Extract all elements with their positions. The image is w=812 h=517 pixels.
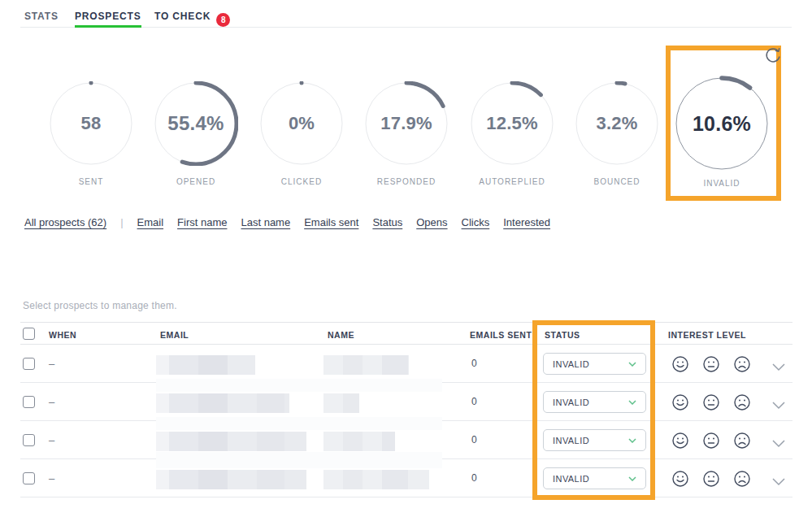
- emails-sent-value: 0: [471, 396, 477, 407]
- happy-face-icon[interactable]: [671, 393, 689, 415]
- status-dropdown-value: INVALID: [553, 359, 589, 369]
- gauge-responded[interactable]: 17.9% RESPONDED: [354, 81, 459, 186]
- gauge-opened[interactable]: 55.4% OPENED: [143, 81, 249, 186]
- filter-emails-sent[interactable]: Emails sent: [304, 216, 358, 228]
- expand-row-chevron-icon[interactable]: [772, 398, 785, 413]
- gauge-opened-circle: 55.4%: [154, 81, 238, 166]
- gauge-autoreplied-value: 12.5%: [470, 81, 554, 166]
- happy-face-icon[interactable]: [671, 355, 689, 376]
- status-dropdown[interactable]: INVALID: [543, 391, 646, 413]
- gauge-clicked-circle: 0%: [259, 81, 344, 166]
- gauge-opened-label: OPENED: [143, 177, 249, 186]
- redacted-email: [156, 432, 306, 451]
- gauge-bounced-value: 3.2%: [575, 81, 659, 166]
- col-header-name: NAME: [328, 330, 354, 340]
- when-value: –: [49, 472, 54, 484]
- prospects-page: STATS PROSPECTS TO CHECK8 58 SENT 55.4% …: [0, 0, 812, 517]
- col-header-status: STATUS: [545, 330, 580, 340]
- row-checkbox[interactable]: [23, 358, 35, 370]
- status-dropdown[interactable]: INVALID: [543, 353, 646, 375]
- emails-sent-value: 0: [471, 358, 477, 369]
- filter-email[interactable]: Email: [137, 216, 164, 228]
- blur-wash: [156, 417, 442, 430]
- row-checkbox[interactable]: [23, 396, 35, 408]
- tab-to-check[interactable]: TO CHECK8: [154, 11, 230, 27]
- expand-row-chevron-icon[interactable]: [772, 437, 785, 451]
- happy-face-icon[interactable]: [671, 470, 689, 491]
- filter-opens[interactable]: Opens: [416, 216, 447, 228]
- when-value: –: [49, 434, 54, 446]
- chevron-down-icon: [628, 400, 636, 405]
- sad-face-icon[interactable]: [733, 355, 751, 376]
- gauge-sent[interactable]: 58 SENT: [38, 81, 144, 186]
- table-header-row: WHEN EMAIL NAME EMAILS SENT STATUS INTER…: [20, 322, 792, 345]
- col-header-emails-sent: EMAILS SENT: [470, 330, 532, 340]
- happy-face-icon[interactable]: [671, 432, 689, 453]
- gauge-sent-label: SENT: [38, 177, 144, 186]
- redacted-email: [156, 470, 306, 489]
- gauge-invalid[interactable]: 10.6% INVALID: [669, 76, 775, 188]
- status-dropdown[interactable]: INVALID: [543, 429, 646, 451]
- gauge-sent-circle: 58: [49, 81, 133, 166]
- gauge-clicked-label: CLICKED: [249, 177, 354, 186]
- when-value: –: [49, 358, 54, 370]
- gauge-responded-value: 17.9%: [364, 81, 449, 166]
- expand-row-chevron-icon[interactable]: [772, 360, 785, 375]
- expand-row-chevron-icon[interactable]: [772, 475, 785, 489]
- neutral-face-icon[interactable]: [702, 393, 720, 415]
- gauge-autoreplied-circle: 12.5%: [470, 81, 554, 166]
- chevron-down-icon: [628, 476, 636, 481]
- gauge-sent-value: 58: [49, 81, 133, 166]
- gauge-clicked[interactable]: 0% CLICKED: [249, 81, 354, 186]
- redacted-name: [323, 432, 395, 451]
- filter-all-prospects[interactable]: All prospects (62): [24, 216, 106, 228]
- filter-interested[interactable]: Interested: [503, 216, 550, 228]
- gauge-invalid-label: INVALID: [669, 179, 775, 188]
- chevron-down-icon: [628, 438, 636, 443]
- tab-to-check-label: TO CHECK: [154, 11, 211, 22]
- status-dropdown-value: INVALID: [553, 398, 589, 407]
- redacted-name: [323, 470, 429, 489]
- gauge-autoreplied-label: AUTOREPLIED: [459, 177, 565, 186]
- sad-face-icon[interactable]: [733, 432, 751, 453]
- filter-first-name[interactable]: First name: [177, 216, 227, 228]
- status-dropdown-value: INVALID: [553, 436, 589, 445]
- redacted-name: [323, 393, 359, 413]
- prospect-filters: All prospects (62) | Email First name La…: [24, 216, 550, 228]
- tab-prospects[interactable]: PROSPECTS: [75, 11, 141, 27]
- col-header-interest-level: INTEREST LEVEL: [668, 330, 746, 340]
- filter-status[interactable]: Status: [372, 216, 402, 228]
- tab-stats[interactable]: STATS: [24, 11, 59, 27]
- redacted-email: [156, 355, 255, 375]
- filter-last-name[interactable]: Last name: [241, 216, 290, 228]
- redacted-email: [156, 393, 289, 413]
- redacted-name: [323, 355, 409, 375]
- gauge-autoreplied[interactable]: 12.5% AUTOREPLIED: [459, 81, 565, 186]
- gauge-bounced-label: BOUNCED: [564, 177, 670, 186]
- gauge-bounced[interactable]: 3.2% BOUNCED: [564, 81, 670, 186]
- status-dropdown-value: INVALID: [553, 474, 589, 484]
- to-check-count-badge: 8: [216, 13, 230, 27]
- select-all-checkbox[interactable]: [23, 328, 35, 340]
- emails-sent-value: 0: [471, 472, 477, 484]
- filter-clicks[interactable]: Clicks: [462, 216, 490, 228]
- when-value: –: [49, 396, 54, 408]
- row-checkbox[interactable]: [23, 472, 35, 484]
- sad-face-icon[interactable]: [733, 470, 751, 491]
- row-checkbox[interactable]: [23, 434, 35, 446]
- gauge-opened-value: 55.4%: [154, 81, 238, 166]
- neutral-face-icon[interactable]: [702, 432, 720, 453]
- refresh-icon[interactable]: [762, 45, 784, 69]
- gauge-bounced-circle: 3.2%: [575, 81, 659, 166]
- blur-wash: [156, 379, 442, 392]
- neutral-face-icon[interactable]: [702, 355, 720, 376]
- neutral-face-icon[interactable]: [702, 470, 720, 491]
- filter-separator: |: [120, 216, 123, 228]
- gauge-clicked-value: 0%: [259, 81, 344, 166]
- col-header-email: EMAIL: [160, 330, 189, 340]
- sad-face-icon[interactable]: [733, 393, 751, 415]
- gauge-invalid-circle: 10.6%: [674, 76, 770, 172]
- table-row: – 0 INVALID: [20, 345, 792, 383]
- gauge-responded-circle: 17.9%: [364, 81, 449, 166]
- status-dropdown[interactable]: INVALID: [543, 467, 646, 489]
